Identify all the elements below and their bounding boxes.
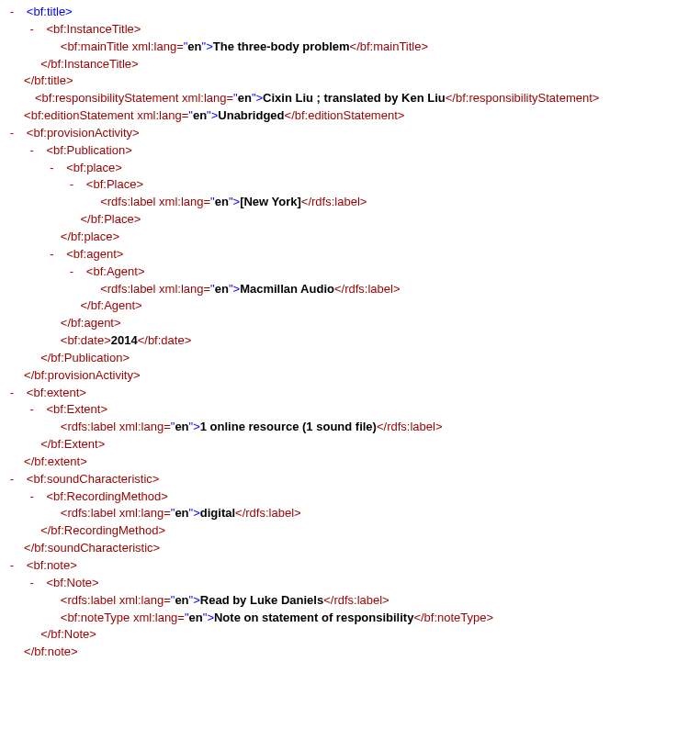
attr-lang-value: en [193,108,207,122]
node-edition: <bf:editionStatement xml:lang="en">Unabr… [7,107,693,125]
toggle-icon[interactable]: - [28,21,37,39]
toggle-icon[interactable]: - [7,557,17,575]
tag-note-lower-close: </bf:note> [24,645,78,658]
node-agent-label: <rdfs:label xml:lang="en">Macmillan Audi… [7,281,693,298]
toggle-icon[interactable]: - [7,471,17,488]
recording-label-value: digital [200,506,235,520]
tag-notetype-open: <bf:noteType [61,611,130,624]
attr-xmllang: xml:lang= [155,195,210,208]
xml-tree: - <bf:title> - <bf:InstanceTitle> <bf:ma… [7,4,693,661]
edition-value: Unabridged [218,108,284,122]
toggle-icon[interactable]: - [67,176,76,194]
tag-close-bracket: > [256,91,264,105]
attr-lang-value: en [187,39,201,53]
node-agent-lower-close: </bf:agent> [7,315,693,332]
tag-close-bracket: > [207,611,214,624]
node-note-upper-close: </bf:Note> [7,626,693,644]
toggle-icon[interactable]: - [7,385,17,402]
tag-close-bracket: > [233,282,241,296]
tag-soundcharacteristic-open: <bf:soundCharacteristic> [27,472,160,486]
tag-edition-open: <bf:editionStatement [24,108,134,122]
toggle-icon[interactable]: - [28,401,37,419]
node-recording-label: <rdfs:label xml:lang="en">digital</rdfs:… [7,505,693,522]
node-place-upper[interactable]: - <bf:Place> [7,176,693,194]
agent-label-value: Macmillan Audio [240,282,334,296]
node-provisionactivity[interactable]: - <bf:provisionActivity> [7,125,693,142]
node-soundcharacteristic[interactable]: - <bf:soundCharacteristic> [7,471,693,488]
toggle-icon[interactable]: - [7,125,17,142]
node-recordingmethod[interactable]: - <bf:RecordingMethod> [7,488,693,506]
node-note-lower[interactable]: - <bf:note> [7,557,693,575]
toggle-icon[interactable]: - [28,575,37,592]
tag-note-lower-open: <bf:note> [27,558,77,572]
node-extent-upper-close: </bf:Extent> [7,436,693,454]
node-agent-upper[interactable]: - <bf:Agent> [7,263,693,281]
node-responsibility: <bf:responsibilityStatement xml:lang="en… [7,90,693,107]
node-place-lower[interactable]: - <bf:place> [7,160,693,177]
node-bf-instancetitle[interactable]: - <bf:InstanceTitle> [7,21,693,39]
tag-place-lower-close: </bf:place> [61,230,119,243]
tag-close-bracket: > [193,593,200,607]
tag-extent-upper-close: </bf:Extent> [40,437,105,451]
tag-bf-instancetitle-open: <bf:InstanceTitle> [47,22,141,36]
attr-xmllang: xml:lang= [134,108,189,122]
tag-rdfslabel-open: <rdfs:label [100,282,155,296]
node-extent-lower[interactable]: - <bf:extent> [7,385,693,402]
tag-close-bracket: > [193,506,200,520]
toggle-icon[interactable]: - [7,4,17,21]
tag-edition-close: </bf:editionStatement> [285,108,405,122]
attr-xmllang: xml:lang= [178,91,233,105]
attr-xmllang: xml:lang= [129,39,184,53]
tag-extent-upper-open: <bf:Extent> [47,402,108,416]
tag-rdfslabel-close: </rdfs:label> [301,195,367,208]
tag-maintitle-close: </bf:mainTitle> [350,39,429,53]
node-extent-label: <rdfs:label xml:lang="en">1 online resou… [7,419,693,436]
attr-xmllang: xml:lang= [130,611,185,624]
tag-place-upper-open: <bf:Place> [86,177,143,191]
tag-title-close: </bf:title> [24,73,73,87]
tag-maintitle-open: <bf:mainTitle [61,39,129,53]
responsibility-value: Cixin Liu ; translated by Ken Liu [263,91,446,105]
toggle-icon[interactable]: - [47,246,56,263]
extent-label-value: 1 online resource (1 sound file) [200,420,377,433]
tag-instancetitle-close: </bf:InstanceTitle> [40,57,138,71]
toggle-icon[interactable]: - [28,488,37,506]
tag-rdfslabel-close: </rdfs:label> [334,282,401,296]
node-bf-title[interactable]: - <bf:title> [7,4,693,21]
node-extent-upper[interactable]: - <bf:Extent> [7,401,693,419]
attr-xmllang: xml:lang= [116,420,171,433]
tag-rdfslabel-open: <rdfs:label [61,593,116,607]
toggle-icon[interactable]: - [47,160,56,177]
node-place-upper-close: </bf:Place> [7,211,693,229]
node-publication[interactable]: - <bf:Publication> [7,142,693,160]
node-notetype: <bf:noteType xml:lang="en">Note on state… [7,610,693,627]
node-bf-title-close: </bf:title> [7,73,693,90]
attr-lang-value: en [175,506,188,520]
attr-xmllang: xml:lang= [116,593,171,607]
tag-extent-lower-close: </bf:extent> [24,454,87,468]
node-bf-instancetitle-close: </bf:InstanceTitle> [7,56,693,73]
tag-recordingmethod-close: </bf:RecordingMethod> [40,523,165,537]
node-place-label: <rdfs:label xml:lang="en">[New York]</rd… [7,194,693,211]
tag-place-upper-close: </bf:Place> [80,212,141,226]
tag-place-lower-open: <bf:place> [66,161,122,174]
attr-xmllang: xml:lang= [155,282,210,296]
place-label-value: [New York] [240,195,301,208]
node-agent-upper-close: </bf:Agent> [7,297,693,315]
node-bf-maintitle: <bf:mainTitle xml:lang="en">The three-bo… [7,39,693,56]
toggle-icon[interactable]: - [28,142,37,160]
tag-date-close: </bf:date> [138,333,192,347]
toggle-icon[interactable]: - [67,263,76,281]
tag-close-bracket: > [233,195,241,208]
node-date: <bf:date>2014</bf:date> [7,332,693,350]
tag-rdfslabel-open: <rdfs:label [61,506,116,520]
tag-rdfslabel-open: <rdfs:label [61,420,116,433]
tag-agent-lower-close: </bf:agent> [61,316,121,330]
tag-rdfslabel-close: </rdfs:label> [323,593,390,607]
node-agent-lower[interactable]: - <bf:agent> [7,246,693,263]
tag-responsibility-close: </bf:responsibilityStatement> [446,91,600,105]
node-note-upper[interactable]: - <bf:Note> [7,575,693,592]
tag-note-upper-close: </bf:Note> [40,627,96,641]
attr-lang-value: en [189,611,203,624]
attr-lang-value: en [175,593,188,607]
